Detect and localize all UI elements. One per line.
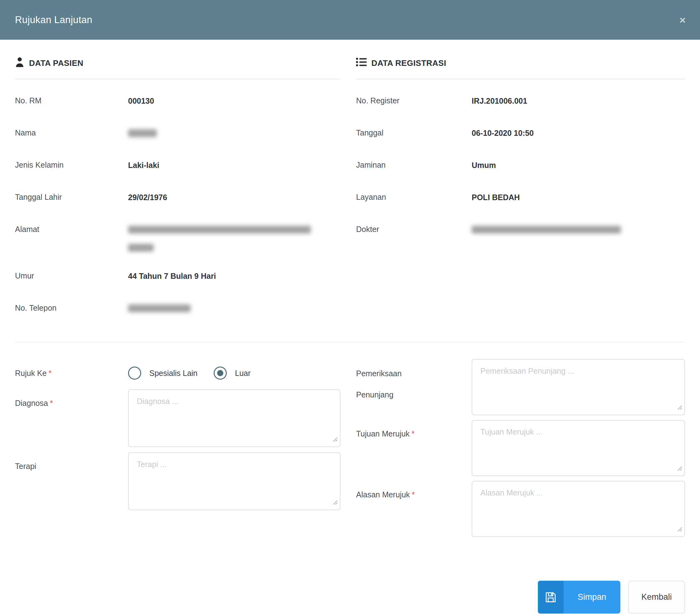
dialog-footer: Simpan Kembali: [15, 581, 685, 614]
required-mark: *: [48, 369, 51, 377]
dialog-header: Rujukan Lanjutan ×: [0, 0, 700, 40]
field-value: Laki-laki: [128, 161, 159, 170]
field-label: Rujuk Ke*: [15, 369, 128, 378]
radio-label: Spesialis Lain: [149, 369, 197, 378]
tujuan-merujuk-textarea[interactable]: [472, 420, 685, 476]
diagnosa-row: Diagnosa*: [15, 389, 340, 447]
rujuk-ke-radio-group: Spesialis Lain Luar: [128, 367, 267, 380]
tujuan-merujuk-row: Tujuan Merujuk*: [356, 420, 685, 476]
data-registrasi-section: DATA REGISTRASI No. Register IRJ.201006.…: [356, 40, 685, 336]
pemeriksaan-penunjang-textarea[interactable]: [472, 359, 685, 415]
field-row: Alamat: [15, 225, 340, 271]
alasan-merujuk-textarea[interactable]: [472, 481, 685, 537]
field-label: Alasan Merujuk*: [356, 481, 472, 499]
diagnosa-textarea[interactable]: [128, 389, 340, 447]
section-heading: DATA REGISTRASI: [371, 59, 446, 68]
field-label: Alamat: [15, 225, 128, 234]
dialog-title: Rujukan Lanjutan: [15, 14, 92, 26]
rujuk-ke-row: Rujuk Ke* Spesialis Lain Luar: [15, 366, 340, 380]
radio-label: Luar: [235, 369, 250, 378]
field-row: No. Telepon: [15, 304, 340, 336]
required-mark: *: [50, 399, 53, 408]
field-row: Tanggal Lahir 29/02/1976: [15, 193, 340, 225]
data-pasien-section: DATA PASIEN No. RM 000130 Nama Jenis Kel…: [15, 40, 340, 336]
field-label: Diagnosa*: [15, 389, 128, 408]
user-icon: [15, 57, 24, 69]
field-value: 000130: [128, 96, 154, 106]
terapi-row: Terapi: [15, 452, 340, 510]
redacted-value: [128, 128, 157, 137]
close-icon[interactable]: ×: [679, 15, 686, 25]
alasan-merujuk-row: Alasan Merujuk*: [356, 481, 685, 537]
back-button[interactable]: Kembali: [628, 581, 685, 614]
field-label: Tujuan Merujuk*: [356, 420, 472, 438]
field-value: 29/02/1976: [128, 193, 167, 202]
redacted-value: [128, 225, 311, 252]
resize-handle-icon[interactable]: [677, 464, 682, 473]
required-mark: *: [411, 429, 414, 438]
field-label: Umur: [15, 271, 128, 280]
field-value: IRJ.201006.001: [472, 96, 527, 106]
field-label: Jaminan: [356, 161, 472, 169]
save-icon: [538, 581, 563, 614]
pemeriksaan-penunjang-row: Pemeriksaan Penunjang: [356, 359, 685, 415]
resize-handle-icon[interactable]: [332, 435, 338, 444]
rujukan-lanjutan-dialog: Rujukan Lanjutan × DATA PASIEN: [0, 0, 700, 614]
field-label: Nama: [15, 128, 128, 137]
field-row: Nama: [15, 128, 340, 161]
field-label: Terapi: [15, 452, 128, 471]
redacted-value: [128, 304, 190, 312]
field-value: POLI BEDAH: [472, 193, 520, 202]
resize-handle-icon[interactable]: [332, 498, 338, 507]
redacted-value: [472, 225, 621, 233]
field-row: Jaminan Umum: [356, 161, 685, 193]
field-label: Dokter: [356, 225, 472, 234]
field-label: Tanggal Lahir: [15, 193, 128, 202]
field-label: No. Register: [356, 96, 472, 105]
section-heading: DATA PASIEN: [29, 59, 84, 68]
save-button-label: Simpan: [563, 581, 620, 614]
list-icon: [356, 57, 367, 69]
field-value: Umum: [472, 161, 496, 170]
field-value: 06-10-2020 10:50: [472, 128, 534, 138]
field-label: Tanggal: [356, 128, 472, 137]
resize-handle-icon[interactable]: [677, 525, 682, 534]
field-label: Layanan: [356, 193, 472, 202]
field-label: Jenis Kelamin: [15, 161, 128, 169]
radio-luar[interactable]: [214, 367, 227, 380]
field-row: Layanan POLI BEDAH: [356, 193, 685, 225]
field-label: No. RM: [15, 96, 128, 105]
required-mark: *: [412, 490, 415, 499]
save-button[interactable]: Simpan: [538, 581, 620, 614]
field-row: Umur 44 Tahun 7 Bulan 9 Hari: [15, 271, 340, 304]
field-label: Pemeriksaan Penunjang: [356, 359, 472, 405]
field-value: 44 Tahun 7 Bulan 9 Hari: [128, 271, 216, 281]
resize-handle-icon[interactable]: [677, 403, 682, 412]
terapi-textarea[interactable]: [128, 452, 340, 510]
field-label: No. Telepon: [15, 304, 128, 312]
field-row: Jenis Kelamin Laki-laki: [15, 161, 340, 193]
radio-spesialis-lain[interactable]: [128, 367, 141, 380]
field-row: No. Register IRJ.201006.001: [356, 96, 685, 128]
field-row: Dokter: [356, 225, 685, 257]
field-row: Tanggal 06-10-2020 10:50: [356, 128, 685, 161]
field-row: No. RM 000130: [15, 96, 340, 128]
